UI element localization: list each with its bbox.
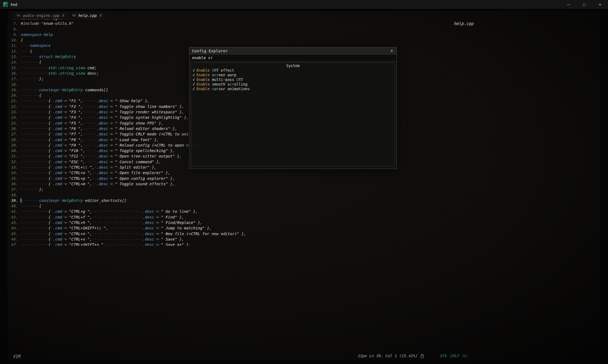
line-number: 36. — [9, 181, 18, 187]
code-line[interactable]: 40.········{ — [8, 203, 600, 209]
status-flag-crlf: CRLF — [450, 354, 459, 358]
code-line[interactable]: 44.············{·.cmd·=·"CTRL+SHIFT+\\·"… — [8, 225, 600, 231]
line-number: 24. — [9, 115, 18, 120]
code-line[interactable]: 39.········constexpr·HelpEntry·editor_sh… — [8, 198, 600, 203]
line-number: 44. — [9, 225, 18, 231]
line-number: 17. — [9, 76, 18, 81]
code-line[interactable]: 34.············{·.cmd·=·"CTRL+o·",··.des… — [8, 170, 600, 175]
line-number: 47. — [9, 242, 18, 246]
line-number: 10. — [9, 37, 18, 43]
window-controls: ─ □ × — [561, 0, 608, 9]
line-number: 45. — [9, 231, 18, 236]
line-number: 13. — [9, 54, 18, 59]
line-number: 25. — [9, 120, 18, 126]
checkmark-icon: √ — [193, 77, 195, 82]
line-number: 18. — [9, 82, 18, 87]
code-line[interactable]: 45.············{·.cmd·=·"CTRL+n·",······… — [8, 231, 600, 236]
lock-icon — [420, 354, 424, 358]
line-number: 40. — [9, 203, 18, 209]
code-line[interactable]: 47.············{·.cmd·=·"CTRL+SHIFT+s·",… — [8, 242, 600, 246]
line-number: 9. — [9, 32, 18, 37]
line-number: 11. — [9, 43, 18, 48]
line-number: 27. — [9, 131, 18, 137]
line-number: 15. — [9, 65, 18, 71]
tab-label: help.cpp — [78, 13, 97, 18]
line-number: 38. — [9, 192, 18, 198]
checkmark-icon: √ — [193, 68, 195, 72]
minimize-icon[interactable]: ─ — [561, 0, 576, 9]
config-option-row[interactable]: √Enable screen warp — [191, 73, 395, 77]
tab-close-icon[interactable]: X — [62, 13, 64, 17]
crt-editor-screen: C+audio-engine.cppXC+help.cppX help.cpp … — [8, 11, 600, 361]
checkmark-icon: √ — [193, 82, 195, 86]
line-number: 32. — [9, 159, 18, 165]
line-number: 19. — [9, 87, 18, 93]
code-line[interactable]: 46.············{·.cmd·=·"CTRL+s·",······… — [8, 236, 600, 242]
line-number: 21. — [9, 98, 18, 104]
tab-close-icon[interactable]: X — [100, 13, 102, 17]
line-number: 30. — [9, 148, 18, 153]
cpp-file-icon: C+ — [73, 14, 76, 17]
code-line[interactable]: 43.············{·.cmd·=·"CTRL+h·",······… — [8, 220, 600, 225]
status-flag-stx: STX — [440, 354, 447, 358]
line-number: 43. — [9, 220, 18, 225]
line-number: 37. — [9, 187, 18, 192]
status-flags: STXCRLFWS — [440, 354, 467, 358]
code-line[interactable]: 35.············{·.cmd·=·"CTRL+p·",··.des… — [8, 176, 600, 181]
line-number: 41. — [9, 209, 18, 214]
viewport-filename-label: help.cpp — [454, 21, 474, 26]
line-number: 23. — [9, 109, 18, 115]
window-title: fred — [11, 2, 17, 7]
config-section-header: System — [191, 63, 395, 68]
code-line[interactable]: 9.namespace·Help — [8, 32, 600, 37]
line-number: 22. — [9, 104, 18, 109]
config-option-row[interactable]: √Enable cursor animations — [191, 87, 395, 91]
cpp-file-icon: C+ — [17, 14, 20, 17]
dialog-close-icon[interactable]: X — [390, 49, 394, 53]
config-option-row[interactable]: √Enable CRT effect — [191, 68, 395, 73]
close-icon[interactable]: × — [592, 0, 608, 9]
config-option-row[interactable]: √Enable smooth scrolling — [191, 82, 395, 87]
editor-tab-audio-engine.cpp[interactable]: C+audio-engine.cppX — [17, 13, 64, 18]
config-option-list: System √Enable CRT effect√Enable screen … — [191, 62, 395, 166]
dialog-title: Config Explorer — [192, 49, 228, 53]
code-line[interactable]: 37.········}; — [8, 187, 600, 192]
line-number: 29. — [9, 142, 18, 148]
checkmark-icon: √ — [193, 73, 195, 77]
code-line[interactable]: 7.#include·"enum-utils.h" — [8, 21, 600, 26]
code-line[interactable]: 41.············{·.cmd·=·"CTRL+g·",······… — [8, 209, 600, 214]
line-number: 7. — [9, 21, 18, 26]
code-line[interactable]: 8. — [8, 26, 600, 32]
checkmark-icon: √ — [193, 87, 195, 91]
line-number: 31. — [9, 153, 18, 159]
code-line[interactable]: 42.············{·.cmd·=·"CTRL+f·",······… — [8, 214, 600, 220]
status-flag-ws: WS — [463, 354, 467, 358]
config-option-row[interactable]: √Enable multi-pass CRT — [191, 77, 395, 82]
code-line[interactable]: 10.{ — [8, 37, 600, 43]
line-number: 14. — [9, 59, 18, 65]
line-number: 33. — [9, 165, 18, 170]
dialog-titlebar[interactable]: Config Explorer X — [189, 47, 397, 54]
line-number: 26. — [9, 126, 18, 131]
line-number: 34. — [9, 170, 18, 175]
editor-mode-indicator: VIM — [13, 354, 20, 359]
line-number: 42. — [9, 214, 18, 220]
line-number: 8. — [9, 26, 18, 32]
window-titlebar: fred ─ □ × — [0, 0, 608, 9]
tab-bar: C+audio-engine.cppXC+help.cppX — [13, 12, 105, 19]
statusbar-right: 22px Ln 39, Col 1 (15.42%) STXCRLFWS — [358, 354, 467, 358]
cursor-position-indicator: 22px Ln 39, Col 1 (15.42%) — [358, 354, 418, 358]
line-number: 20. — [9, 93, 18, 98]
app-icon — [3, 2, 8, 7]
code-line[interactable]: 38. — [8, 192, 600, 198]
maximize-icon[interactable]: □ — [576, 0, 592, 9]
line-number: 35. — [9, 176, 18, 181]
line-number: 16. — [9, 71, 18, 76]
config-explorer-dialog: Config Explorer X enable cr System √Enab… — [189, 47, 397, 169]
editor-tab-help.cpp[interactable]: C+help.cppX — [73, 13, 102, 18]
config-search-input[interactable]: enable cr — [189, 54, 397, 61]
line-number: 12. — [9, 48, 18, 54]
line-number: 39. — [9, 198, 18, 203]
code-line[interactable]: 36.············{·.cmd·=·"CTRL+m·",··.des… — [8, 181, 600, 187]
line-number: 28. — [9, 137, 18, 142]
